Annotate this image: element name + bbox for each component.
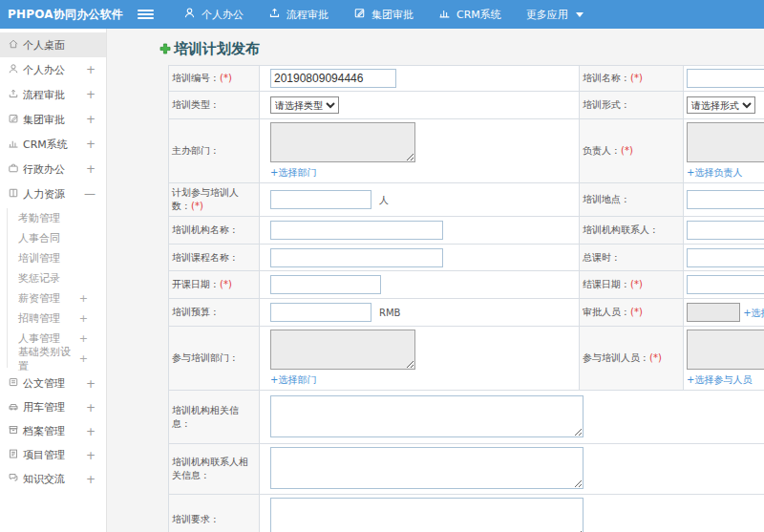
sidebar-item-crm[interactable]: CRM系统 + — [0, 132, 106, 157]
label-approver: 审批人员：(*) — [580, 299, 684, 327]
expand-plus-icon: + — [86, 114, 96, 125]
host-dept-textarea[interactable] — [270, 122, 415, 162]
expand-plus-icon: + — [86, 138, 96, 150]
select-leader-link[interactable]: +选择负责人 — [687, 166, 742, 180]
label-training-type: 培训类型： — [169, 92, 260, 119]
car-icon — [8, 400, 23, 415]
label-org-name: 培训机构名称： — [169, 217, 260, 245]
budget-input[interactable] — [270, 303, 371, 322]
label-training-no: 培训编号：(*) — [169, 66, 260, 92]
location-input[interactable] — [687, 190, 764, 209]
org-contact-input[interactable] — [687, 221, 764, 240]
training-plan-form: 培训编号：(*) 培训名称：(*) 培训类型： 请选择类型 培训形式： 请选择形… — [168, 65, 764, 532]
sidebar-item-projects[interactable]: 项目管理 + — [0, 443, 106, 467]
approver-input[interactable] — [687, 303, 740, 322]
course-name-input[interactable] — [270, 248, 443, 267]
label-requirements: 培训要求： — [169, 495, 260, 532]
sidebar-item-documents[interactable]: 公文管理 + — [0, 372, 106, 395]
start-date-input[interactable] — [270, 275, 381, 294]
sidebar-subitem-recruit[interactable]: 招聘管理+ — [0, 309, 106, 329]
expand-plus-icon: + — [79, 352, 88, 365]
unit-person: 人 — [379, 195, 389, 205]
training-no-input[interactable] — [270, 69, 396, 88]
label-join-people: 参与培训人员：(*) — [580, 327, 684, 391]
select-dept-link[interactable]: +选择部门 — [270, 166, 316, 180]
expand-plus-icon: + — [79, 312, 88, 325]
org-contact-info-textarea[interactable] — [270, 447, 584, 489]
sidebar-subitem-salary[interactable]: 薪资管理+ — [0, 288, 106, 309]
org-name-input[interactable] — [270, 221, 443, 240]
training-type-select[interactable]: 请选择类型 — [270, 96, 339, 114]
nav-label: CRM系统 — [456, 8, 501, 22]
hamburger-menu-icon[interactable] — [138, 8, 154, 21]
label-org-contact: 培训机构联系人： — [580, 217, 684, 245]
sidebar-subitem-base-category[interactable]: 基础类别设置+ — [0, 349, 106, 369]
nav-more-apps[interactable]: 更多应用 — [514, 0, 596, 29]
sidebar-item-personal-desktop[interactable]: 个人桌面 — [0, 32, 106, 57]
select-join-people-link[interactable]: +选择参与人员 — [687, 373, 752, 387]
expand-plus-icon: + — [86, 402, 96, 414]
label-training-name: 培训名称：(*) — [580, 66, 684, 92]
training-form-select[interactable]: 请选择形式 — [687, 96, 755, 114]
label-host-dept: 主办部门： — [169, 119, 260, 183]
chat-icon — [8, 472, 23, 486]
sidebar-subitem-attendance[interactable]: 考勤管理 — [0, 208, 106, 228]
nav-label: 流程审批 — [286, 8, 329, 22]
edit-icon — [353, 7, 366, 22]
select-join-dept-link[interactable]: +选择部门 — [270, 373, 316, 387]
expand-plus-icon: + — [86, 474, 96, 485]
sidebar-item-vehicles[interactable]: 用车管理 + — [0, 395, 106, 419]
org-info-textarea[interactable] — [270, 395, 584, 437]
label-org-contact-info: 培训机构联系人相关信息： — [169, 444, 260, 495]
edit-icon — [8, 113, 23, 127]
top-bar: PHPOA协同办公软件 个人办公 流程审批 集团审批 CRM系统 更多应用 — [0, 0, 764, 29]
expand-plus-icon: + — [86, 89, 96, 100]
sidebar-item-archives[interactable]: 档案管理 + — [0, 419, 106, 443]
requirements-textarea[interactable] — [270, 498, 584, 532]
sidebar-subitem-hr-contract[interactable]: 人事合同 — [0, 228, 106, 248]
label-location: 培训地点： — [580, 183, 684, 217]
user-icon — [8, 63, 23, 77]
sidebar-subitem-training[interactable]: 培训管理 — [0, 248, 106, 268]
nav-label: 集团审批 — [371, 8, 414, 22]
join-dept-textarea[interactable] — [270, 330, 415, 370]
nav-label: 个人办公 — [202, 8, 244, 22]
clipboard-icon — [8, 448, 23, 462]
leader-textarea[interactable] — [687, 122, 764, 162]
collapse-minus-icon: — — [84, 188, 96, 200]
upload-icon — [268, 7, 281, 22]
label-end-date: 结课日期：(*) — [580, 271, 684, 299]
caret-down-icon — [576, 12, 584, 17]
nav-workflow-approval[interactable]: 流程审批 — [256, 0, 341, 29]
nav-crm-system[interactable]: CRM系统 — [426, 0, 514, 29]
hr-submenu: 考勤管理 人事合同 培训管理 奖惩记录 薪资管理+ 招聘管理+ 人事管理+ 基础… — [0, 206, 106, 372]
label-total-hours: 总课时： — [580, 245, 684, 271]
expand-plus-icon: + — [86, 64, 96, 75]
join-people-textarea[interactable] — [687, 330, 764, 370]
sidebar-item-group-approval[interactable]: 集团审批 + — [0, 107, 106, 132]
sidebar-item-admin-office[interactable]: 行政办公 + — [0, 157, 106, 181]
page-title: 培训计划发布 — [159, 38, 764, 59]
archive-icon — [8, 424, 23, 438]
sidebar-item-personal-office[interactable]: 个人办公 + — [0, 57, 106, 82]
sidebar-item-knowledge[interactable]: 知识交流 + — [0, 467, 106, 491]
planned-count-input[interactable] — [270, 190, 371, 209]
training-name-input[interactable] — [687, 69, 764, 88]
end-date-input[interactable] — [687, 275, 764, 294]
label-org-info: 培训机构相关信息： — [169, 391, 260, 444]
total-hours-input[interactable] — [687, 248, 764, 267]
nav-group-approval[interactable]: 集团审批 — [341, 0, 426, 29]
sidebar-subitem-rewards[interactable]: 奖惩记录 — [0, 268, 106, 288]
expand-plus-icon: + — [86, 426, 96, 437]
expand-plus-icon: + — [79, 332, 88, 345]
label-training-form: 培训形式： — [580, 92, 684, 119]
sidebar-item-hr[interactable]: 人力资源 — — [0, 181, 106, 206]
nav-personal-office[interactable]: 个人办公 — [171, 0, 256, 29]
sidebar-item-workflow-approval[interactable]: 流程审批 + — [0, 82, 106, 107]
select-approver-link[interactable]: +选择审批人员 — [743, 308, 764, 318]
label-budget: 培训预算： — [169, 299, 260, 327]
label-course-name: 培训课程名称： — [169, 245, 260, 271]
user-icon — [183, 7, 196, 22]
main-content: 培训计划发布 培训编号：(*) 培训名称：(*) 培训类型： 请选择类型 培训形… — [107, 29, 764, 532]
upload-icon — [8, 88, 23, 102]
